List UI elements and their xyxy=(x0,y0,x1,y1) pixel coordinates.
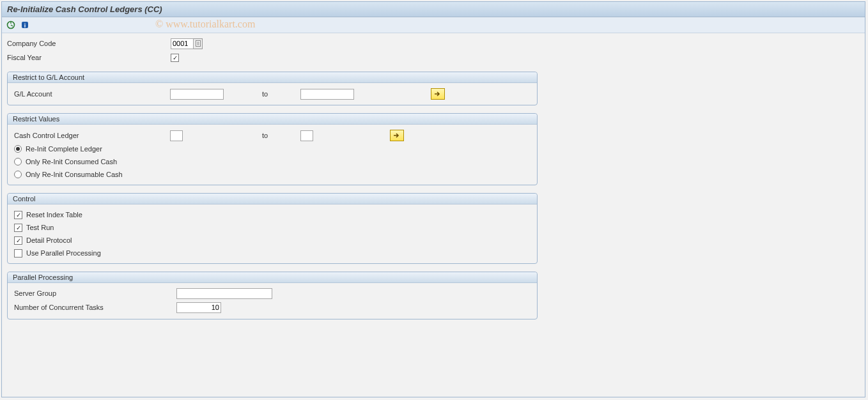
radio-reinit-complete[interactable]: Re-Init Complete Ledger xyxy=(14,142,531,155)
check-reset-index[interactable]: ✓ Reset Index Table xyxy=(14,208,531,221)
check-label: Reset Index Table xyxy=(26,211,82,219)
radio-label: Only Re-Init Consumable Cash xyxy=(26,171,123,178)
checkbox-icon: ✓ xyxy=(14,211,22,219)
company-code-input[interactable] xyxy=(171,38,194,49)
ledger-to-input[interactable] xyxy=(300,130,313,141)
radio-icon xyxy=(14,158,22,165)
group-parallel-title: Parallel Processing xyxy=(8,272,537,283)
check-detail-protocol[interactable]: ✓ Detail Protocol xyxy=(14,234,531,247)
group-restrict-values: Restrict Values Cash Control Ledger to R… xyxy=(7,113,538,185)
group-values-title: Restrict Values xyxy=(8,114,537,125)
company-code-f4-button[interactable] xyxy=(194,38,203,49)
gl-account-label: G/L Account xyxy=(14,90,170,98)
gl-account-to-input[interactable] xyxy=(300,89,354,100)
company-code-label: Company Code xyxy=(7,40,171,47)
group-gl-account: Restrict to G/L Account G/L Account to xyxy=(7,72,538,105)
group-control-title: Control xyxy=(8,194,537,204)
concurrent-tasks-label: Number of Concurrent Tasks xyxy=(14,304,176,311)
group-gl-title: Restrict to G/L Account xyxy=(8,72,537,83)
svg-text:i: i xyxy=(24,22,26,29)
check-label: Detail Protocol xyxy=(26,236,72,244)
check-label: Test Run xyxy=(26,224,54,231)
checkbox-icon xyxy=(14,249,22,258)
app-window: Re-Initialize Cash Control Ledgers (CC) … xyxy=(1,1,865,397)
content-area: Company Code Fiscal Year ✓ Restrict to G… xyxy=(2,33,865,323)
radio-consumable-cash[interactable]: Only Re-Init Consumable Cash xyxy=(14,168,531,181)
radio-icon xyxy=(14,171,22,178)
watermark: © www.tutorialkart.com xyxy=(155,19,255,30)
fiscal-year-row: Fiscal Year ✓ xyxy=(7,51,860,64)
info-icon[interactable]: i xyxy=(20,20,30,30)
group-control: Control ✓ Reset Index Table ✓ Test Run ✓… xyxy=(7,193,538,264)
group-parallel: Parallel Processing Server Group Number … xyxy=(7,272,538,319)
check-test-run[interactable]: ✓ Test Run xyxy=(14,221,531,234)
toolbar: i © www.tutorialkart.com xyxy=(2,17,865,33)
server-group-label: Server Group xyxy=(14,289,176,297)
page-title: Re-Initialize Cash Control Ledgers (CC) xyxy=(2,2,865,17)
fiscal-year-label: Fiscal Year xyxy=(7,54,171,61)
concurrent-tasks-input[interactable] xyxy=(176,302,221,313)
gl-account-from-input[interactable] xyxy=(170,89,224,100)
check-label: Use Parallel Processing xyxy=(26,249,101,257)
radio-icon xyxy=(14,145,22,153)
ledger-multiselect-button[interactable] xyxy=(390,130,404,141)
ledger-from-input[interactable] xyxy=(170,130,183,141)
checkbox-icon: ✓ xyxy=(14,236,22,245)
server-group-input[interactable] xyxy=(176,288,272,299)
radio-label: Only Re-Init Consumed Cash xyxy=(26,158,117,165)
radio-label: Re-Init Complete Ledger xyxy=(26,145,102,153)
ledger-label: Cash Control Ledger xyxy=(14,132,170,139)
gl-account-multiselect-button[interactable] xyxy=(431,88,445,100)
radio-consumed-cash[interactable]: Only Re-Init Consumed Cash xyxy=(14,155,531,168)
execute-icon[interactable] xyxy=(6,20,16,30)
check-parallel-processing[interactable]: Use Parallel Processing xyxy=(14,247,531,259)
checkbox-icon: ✓ xyxy=(14,224,22,232)
fiscal-year-checkbox[interactable]: ✓ xyxy=(171,54,179,62)
company-code-row: Company Code xyxy=(7,37,860,50)
gl-to-label: to xyxy=(224,90,300,98)
ledger-to-label: to xyxy=(183,132,300,139)
